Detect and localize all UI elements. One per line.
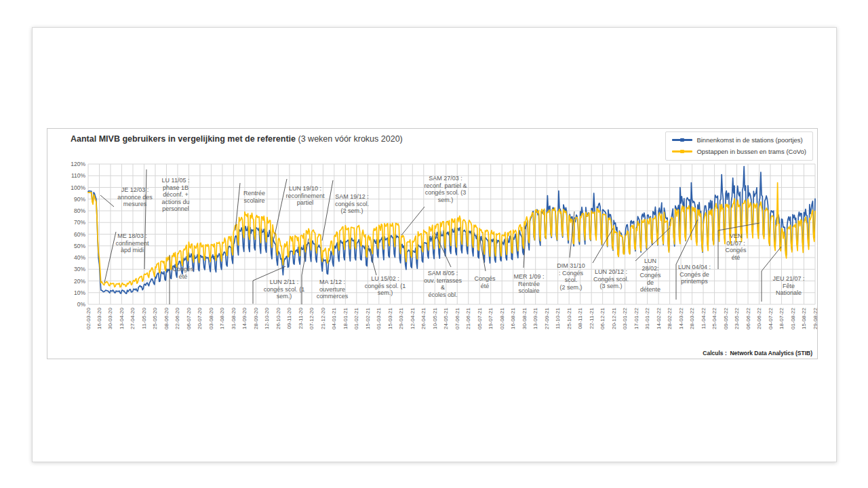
x-tick-label: 14-03-22 bbox=[678, 307, 684, 329]
x-tick-label: 14-09-20 bbox=[241, 307, 248, 329]
series-bus-tram-line bbox=[88, 183, 815, 287]
x-tick-label: 22-11-21 bbox=[589, 307, 595, 329]
x-tick-label: 04-07-22 bbox=[768, 307, 774, 329]
x-tick-label: 31-08-20 bbox=[231, 307, 237, 329]
x-tick-label: 14-02-22 bbox=[656, 307, 662, 329]
y-tick-label: 120% bbox=[71, 161, 85, 167]
presentation-slide: Aantal MIVB gebruikers in vergelijking m… bbox=[32, 27, 837, 462]
y-tick-label: 90% bbox=[74, 196, 85, 203]
x-tick-label: 06-07-20 bbox=[186, 307, 192, 329]
x-tick-label: 17-01-22 bbox=[633, 307, 639, 329]
source-credit: Calculs : Network Data Analytics (STIB) bbox=[703, 350, 812, 357]
x-tick-label: 17-08-20 bbox=[219, 307, 225, 329]
x-tick-label: 16-03-20 bbox=[96, 307, 102, 329]
x-tick-label: 12-04-21 bbox=[410, 307, 416, 329]
x-tick-label: 13-09-21 bbox=[532, 307, 538, 329]
x-tick-label: 23-11-20 bbox=[298, 307, 304, 329]
x-tick-label: 09-05-22 bbox=[723, 307, 729, 329]
y-tick-label: 40% bbox=[74, 254, 85, 261]
x-tick-label: 25-04-22 bbox=[711, 307, 717, 329]
plot-area: 0%10%20%30%40%50%60%70%80%90%100%110%120… bbox=[47, 129, 817, 359]
x-tick-label: 01-02-21 bbox=[353, 307, 359, 329]
annotation-leader-line bbox=[762, 247, 781, 302]
x-tick-label: 21-06-21 bbox=[465, 307, 471, 329]
x-tick-label: 27-09-21 bbox=[544, 307, 550, 329]
chart-container: Aantal MIVB gebruikers in vergelijking m… bbox=[47, 128, 818, 359]
x-tick-label: 20-12-21 bbox=[611, 307, 617, 329]
x-tick-label: 11-10-21 bbox=[555, 307, 561, 329]
annotation-leader-line bbox=[100, 195, 114, 207]
x-tick-label: 28-02-22 bbox=[667, 307, 673, 329]
x-tick-label: 25-10-21 bbox=[566, 307, 572, 329]
x-tick-label: 11-05-20 bbox=[141, 307, 147, 329]
x-tick-label: 26-04-21 bbox=[420, 307, 427, 329]
x-tick-label: 10-05-21 bbox=[432, 307, 438, 329]
y-tick-label: 60% bbox=[74, 231, 85, 238]
y-tick-label: 30% bbox=[74, 266, 85, 272]
x-tick-label: 30-08-21 bbox=[521, 307, 528, 329]
x-tick-label: 12-10-20 bbox=[264, 307, 270, 329]
screenshot-stage: Aantal MIVB gebruikers in vergelijking m… bbox=[0, 0, 868, 488]
x-tick-label: 19-07-21 bbox=[488, 307, 494, 329]
x-tick-label: 06-06-22 bbox=[745, 307, 751, 329]
x-tick-label: 09-11-20 bbox=[286, 307, 292, 329]
x-tick-label: 15-03-21 bbox=[387, 307, 393, 329]
y-tick-label: 110% bbox=[71, 172, 86, 179]
x-tick-label: 28-09-20 bbox=[253, 307, 259, 329]
x-tick-label: 31-01-22 bbox=[644, 307, 650, 329]
x-tick-label: 05-07-21 bbox=[477, 307, 483, 329]
x-tick-label: 02-08-21 bbox=[499, 307, 505, 329]
x-tick-label: 03-08-20 bbox=[208, 307, 214, 329]
x-tick-label: 29-03-21 bbox=[398, 307, 404, 329]
x-tick-label: 03-01-22 bbox=[622, 307, 628, 329]
x-tick-label: 20-06-22 bbox=[756, 307, 762, 329]
x-tick-label: 13-04-20 bbox=[119, 307, 125, 329]
x-tick-label: 25-05-20 bbox=[152, 307, 158, 329]
x-tick-label: 16-08-21 bbox=[510, 307, 516, 329]
x-tick-label: 08-11-21 bbox=[577, 307, 583, 329]
x-tick-label: 23-05-22 bbox=[734, 307, 740, 329]
x-tick-label: 21-12-20 bbox=[320, 307, 326, 329]
x-tick-label: 30-03-20 bbox=[107, 307, 113, 329]
x-tick-label: 08-06-20 bbox=[163, 307, 170, 329]
annotation-leader-line bbox=[435, 232, 451, 267]
x-tick-label: 24-05-21 bbox=[443, 307, 449, 329]
x-tick-label: 01-08-22 bbox=[790, 307, 796, 329]
x-tick-label: 07-12-20 bbox=[309, 307, 315, 329]
y-tick-label: 50% bbox=[74, 243, 85, 249]
x-tick-label: 28-03-22 bbox=[689, 307, 695, 329]
y-tick-label: 0% bbox=[77, 301, 86, 308]
y-tick-label: 100% bbox=[71, 184, 85, 191]
x-tick-label: 02-03-20 bbox=[85, 307, 92, 329]
y-tick-label: 20% bbox=[74, 278, 85, 285]
x-tick-label: 06-12-21 bbox=[599, 307, 606, 329]
x-tick-label: 15-02-21 bbox=[365, 307, 371, 329]
x-tick-label: 29-08-22 bbox=[812, 307, 818, 329]
x-tick-label: 04-01-21 bbox=[331, 307, 337, 329]
annotation-leader-line bbox=[253, 266, 285, 304]
y-tick-label: 70% bbox=[74, 219, 85, 226]
x-tick-label: 20-07-20 bbox=[197, 307, 203, 329]
annotation-leader-line bbox=[144, 169, 146, 269]
y-tick-label: 10% bbox=[74, 289, 85, 296]
annotation-leader-line bbox=[274, 179, 287, 239]
x-tick-label: 26-10-20 bbox=[275, 307, 281, 329]
x-tick-label: 18-07-22 bbox=[778, 307, 785, 329]
x-tick-label: 07-06-21 bbox=[454, 307, 460, 329]
y-tick-label: 80% bbox=[74, 207, 85, 214]
x-tick-label: 11-04-22 bbox=[701, 307, 707, 329]
x-tick-label: 15-08-22 bbox=[801, 307, 807, 329]
x-tick-label: 18-01-21 bbox=[342, 307, 349, 329]
x-tick-label: 27-04-20 bbox=[130, 307, 136, 329]
x-tick-label: 22-06-20 bbox=[174, 307, 180, 329]
x-tick-label: 01-03-21 bbox=[376, 307, 382, 329]
